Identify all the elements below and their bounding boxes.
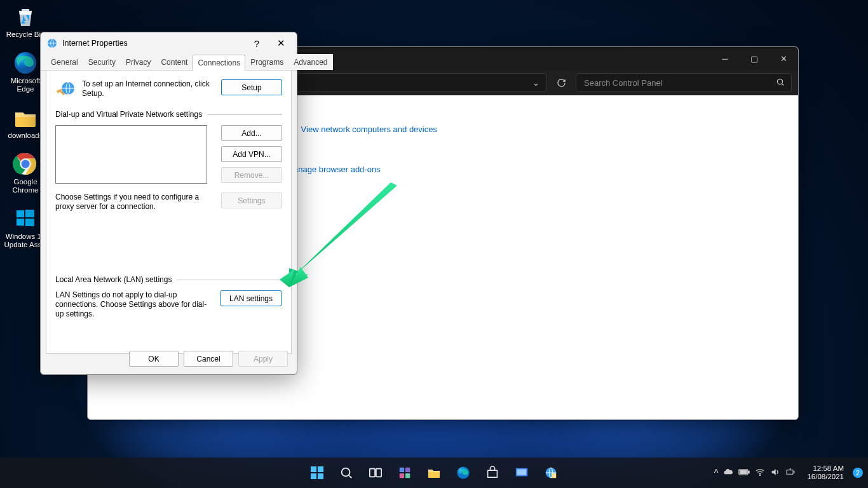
svg-rect-7	[25, 219, 34, 226]
tab-privacy[interactable]: Privacy	[121, 54, 156, 70]
svg-rect-24	[517, 470, 527, 475]
svg-rect-13	[311, 473, 316, 479]
lan-group-legend: Local Area Network (LAN) settings	[55, 275, 282, 284]
svg-rect-4	[17, 210, 24, 217]
svg-rect-16	[370, 469, 375, 477]
maximize-button[interactable]: ▢	[740, 48, 769, 69]
time-text: 12:58 AM	[813, 464, 844, 473]
close-button[interactable]: ✕	[269, 34, 293, 52]
search-icon	[776, 78, 785, 88]
search-placeholder: Search Control Panel	[584, 78, 776, 88]
wifi-icon[interactable]	[755, 467, 765, 478]
svg-rect-17	[376, 469, 381, 477]
taskbar-app-1[interactable]	[509, 460, 534, 485]
tray-overflow-icon[interactable]: ^	[714, 468, 719, 478]
tab-general[interactable]: General	[46, 54, 83, 70]
tab-programs[interactable]: Programs	[245, 54, 288, 70]
internet-properties-dialog: Internet Properties ? ✕ General Security…	[40, 32, 297, 375]
dialog-title: Internet Properties	[62, 39, 245, 48]
ok-button[interactable]: OK	[129, 351, 179, 367]
tab-security[interactable]: Security	[83, 54, 121, 70]
dialup-group-legend: Dial-up and Virtual Private Network sett…	[55, 110, 282, 119]
internet-options-icon	[47, 38, 57, 48]
file-explorer-button[interactable]	[421, 460, 447, 485]
dialog-titlebar[interactable]: Internet Properties ? ✕	[41, 32, 297, 54]
svg-rect-11	[311, 466, 316, 472]
battery-icon[interactable]	[738, 468, 750, 477]
svg-rect-6	[17, 219, 24, 226]
svg-rect-12	[318, 466, 323, 472]
svg-rect-29	[740, 471, 747, 474]
taskbar-center	[304, 460, 564, 485]
svg-rect-5	[25, 210, 34, 217]
taskbar[interactable]: ^ 12:58 AM 16/08/2021 2	[0, 458, 868, 488]
svg-rect-20	[400, 473, 404, 478]
dialup-help-text: Choose Settings if you need to configure…	[55, 193, 207, 212]
power-icon[interactable]	[785, 467, 796, 478]
onedrive-icon[interactable]	[723, 467, 733, 478]
connection-wizard-icon	[55, 79, 76, 100]
remove-button: Remove...	[221, 167, 282, 183]
taskbar-right: ^ 12:58 AM 16/08/2021 2	[709, 460, 863, 485]
chrome-icon	[13, 151, 38, 177]
svg-rect-19	[405, 468, 410, 472]
link[interactable]: Manage browser add-ons	[287, 165, 380, 174]
setup-text: To set up an Internet connection, click …	[82, 79, 215, 98]
tab-advanced[interactable]: Advanced	[288, 54, 332, 70]
widgets-button[interactable]	[392, 460, 417, 485]
add-vpn-button[interactable]: Add VPN...	[221, 146, 282, 162]
settings-button: Settings	[221, 193, 282, 208]
link[interactable]: View network computers and devices	[301, 125, 437, 134]
dialog-button-row: OK Cancel Apply	[129, 351, 288, 367]
store-button[interactable]	[480, 460, 505, 485]
chevron-down-icon[interactable]: ⌄	[532, 78, 539, 88]
svg-rect-21	[405, 473, 410, 478]
taskbar-clock[interactable]: 12:58 AM 16/08/2021	[802, 461, 849, 485]
taskbar-app-2[interactable]	[538, 460, 564, 485]
setup-button[interactable]: Setup	[221, 79, 282, 95]
help-button[interactable]: ?	[245, 34, 269, 52]
recycle-bin-icon	[13, 4, 38, 29]
cancel-button[interactable]: Cancel	[184, 351, 233, 367]
svg-rect-31	[787, 470, 793, 475]
apply-button: Apply	[238, 351, 288, 367]
tab-strip: General Security Privacy Content Connect…	[41, 54, 297, 71]
tab-panel-connections: To set up an Internet connection, click …	[46, 71, 292, 354]
refresh-button[interactable]	[552, 73, 571, 92]
svg-rect-26	[552, 473, 556, 478]
svg-rect-28	[749, 471, 750, 473]
minimize-button[interactable]: ─	[710, 48, 740, 69]
svg-point-3	[22, 160, 30, 168]
svg-rect-18	[400, 468, 404, 472]
tab-content[interactable]: Content	[156, 54, 193, 70]
close-button[interactable]: ✕	[769, 48, 798, 69]
svg-point-15	[342, 468, 350, 477]
taskbar-search[interactable]	[334, 460, 359, 485]
date-text: 16/08/2021	[807, 473, 844, 481]
dialup-listbox[interactable]	[55, 125, 207, 184]
folder-icon	[13, 105, 38, 130]
system-tray[interactable]: ^	[709, 460, 801, 485]
svg-rect-14	[318, 473, 323, 479]
svg-point-8	[777, 79, 782, 84]
volume-icon[interactable]	[770, 467, 780, 478]
lan-settings-button[interactable]: LAN settings	[220, 290, 281, 306]
add-button[interactable]: Add...	[221, 125, 282, 141]
tab-connections[interactable]: Connections	[193, 55, 245, 71]
search-input[interactable]: Search Control Panel	[576, 73, 792, 92]
notification-badge[interactable]: 2	[853, 468, 863, 478]
task-view-button[interactable]	[363, 460, 388, 485]
start-button[interactable]	[304, 460, 330, 485]
edge-taskbar-button[interactable]	[451, 460, 476, 485]
lan-help-text: LAN Settings do not apply to dial-up con…	[55, 290, 214, 319]
windows-icon	[13, 206, 38, 231]
svg-point-30	[760, 475, 761, 475]
edge-icon	[13, 50, 38, 76]
